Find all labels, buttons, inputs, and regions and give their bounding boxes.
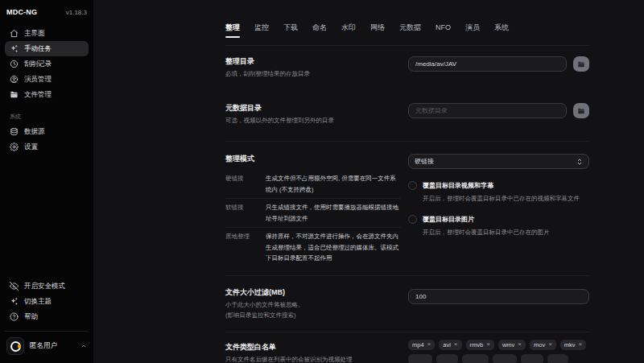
tag-remove-icon[interactable]: ×	[454, 341, 458, 348]
mode-term: 软链接	[225, 202, 256, 224]
organize-mode-section: 整理模式 硬链接 生成文件但不占用额外空间, 但需要在同一文件系统内 (不支持跨…	[225, 141, 589, 267]
sidebar-item-label: 帮助	[24, 312, 38, 322]
organize-dir-desc: 必填，刮削整理结果的存放目录	[225, 69, 401, 78]
tag-wmv: wmv×	[498, 340, 526, 350]
tab-system[interactable]: 系统	[494, 23, 509, 32]
mode-row-hardlink: 硬链接 生成文件但不占用额外空间, 但需要在同一文件系统内 (不支持跨盘)	[225, 170, 401, 199]
file-type-whitelist-section: 文件类型白名单 只有文件名后缀在列表中的会被识别为视频处理 mp4× avi× …	[225, 332, 589, 363]
sidebar-item-scrape-history[interactable]: 刮削记录	[5, 56, 89, 72]
metadata-dir-desc: 可选，视频以外的文件整理到另外的目录	[225, 116, 401, 125]
sidebar-item-switch-theme[interactable]: 切换主题	[5, 294, 89, 309]
sidebar-item-label: 设置	[24, 142, 38, 152]
tab-metadata[interactable]: 元数据	[399, 23, 421, 32]
mode-term: 硬链接	[225, 173, 256, 195]
sidebar: MDC-NG v1.18.3 主界面 手动任务 刮削记录 演员管理 文件管理 系…	[0, 0, 93, 363]
sidebar-item-file-management[interactable]: 文件管理	[5, 87, 89, 102]
sidebar-item-home[interactable]: 主界面	[5, 26, 89, 41]
overwrite-video-desc: 开启后，整理时会覆盖目标目录中已存在的视频和字幕文件	[423, 194, 580, 203]
tag-remove-icon[interactable]: ×	[548, 341, 552, 348]
tag-label: mkv	[564, 341, 576, 349]
sidebar-bottom: 开启安全模式 切换主题 帮助 匿名用户	[5, 278, 89, 357]
tag-remove-icon[interactable]: ×	[427, 341, 431, 348]
tag-label: wmv	[502, 341, 514, 349]
database-icon	[10, 127, 19, 136]
tag-avi: avi×	[439, 340, 461, 350]
tag-partial[interactable]	[493, 354, 517, 363]
organize-mode-select[interactable]: 硬链接	[408, 154, 589, 169]
size-filter-desc-1: 小于此大小的文件将被忽略。	[225, 300, 401, 309]
sidebar-item-actor-management[interactable]: 演员管理	[5, 72, 89, 87]
app-logo	[10, 341, 21, 352]
sidebar-item-settings[interactable]: 设置	[5, 139, 89, 155]
mode-desc: 保持原样，不对源文件进行操作，会在源文件夹内生成整理结果，适合已经整理过的媒体库…	[266, 231, 401, 264]
tag-partial[interactable]	[521, 354, 543, 363]
sidebar-item-label: 主界面	[24, 29, 45, 39]
sidebar-item-safe-mode[interactable]: 开启安全模式	[5, 278, 89, 294]
tag-partial[interactable]	[462, 354, 489, 363]
tab-monitor[interactable]: 监控	[254, 23, 269, 32]
sidebar-item-label: 数据源	[24, 127, 45, 137]
metadata-dir-row: 元数据目录 可选，视频以外的文件整理到另外的目录	[225, 103, 589, 125]
folder-icon	[10, 90, 19, 99]
whitelist-desc: 只有文件名后缀在列表中的会被识别为视频处理	[225, 355, 401, 363]
mode-row-symlink: 软链接 只生成链接文件，使用时需要播放器能根据链接地址寻址到源文件	[225, 199, 401, 228]
sidebar-item-help[interactable]: 帮助	[5, 309, 89, 324]
tag-remove-icon[interactable]: ×	[486, 341, 490, 348]
whitelist-title: 文件类型白名单	[225, 342, 401, 352]
tag-partial[interactable]	[547, 354, 568, 363]
tag-rmvb: rmvb×	[466, 340, 494, 350]
tag-label: avi	[443, 341, 451, 349]
organize-dir-browse-button[interactable]	[573, 56, 589, 72]
overwrite-video-checkbox[interactable]	[408, 181, 417, 190]
tag-label: mov	[534, 341, 545, 349]
overwrite-image-desc: 开启后，整理时会覆盖目标目录中已存在的图片	[423, 228, 550, 237]
settings-tabbar: 整理 监控 下载 命名 水印 网络 元数据 NFO 演员 系统	[225, 23, 589, 46]
tag-remove-icon[interactable]: ×	[579, 341, 583, 348]
sidebar-item-label: 刮削记录	[24, 60, 52, 69]
sidebar-item-data-source[interactable]: 数据源	[5, 124, 89, 139]
organize-dir-input[interactable]	[408, 56, 567, 72]
size-filter-input[interactable]	[408, 289, 589, 304]
mode-desc: 生成文件但不占用额外空间, 但需要在同一文件系统内 (不支持跨盘)	[266, 173, 401, 195]
user-name: 匿名用户	[30, 341, 57, 351]
sparkles-icon	[10, 44, 19, 53]
tag-partial[interactable]	[436, 354, 458, 363]
main-content: 整理 监控 下载 命名 水印 网络 元数据 NFO 演员 系统 整理目录 必填，…	[93, 0, 644, 363]
overwrite-image-checkbox[interactable]	[408, 215, 417, 224]
chevron-up-icon	[80, 343, 87, 349]
user-menu[interactable]: 匿名用户	[5, 332, 89, 357]
user-icon	[10, 75, 19, 84]
select-stepper-icon	[576, 158, 583, 166]
metadata-dir-browse-button[interactable]	[573, 103, 589, 118]
tab-naming[interactable]: 命名	[312, 23, 327, 32]
tab-actor[interactable]: 演员	[465, 23, 480, 32]
tab-organize[interactable]: 整理	[225, 23, 240, 32]
overwrite-image-toggle-group: 覆盖目标目录图片 开启后，整理时会覆盖目标目录中已存在的图片	[408, 215, 589, 237]
overwrite-image-label: 覆盖目标目录图片	[423, 215, 550, 225]
sidebar-item-label: 演员管理	[24, 75, 52, 85]
size-filter-section: 文件大小过滤(MB) 小于此大小的文件将被忽略。 (影响目录监控和文件搜索)	[225, 275, 589, 320]
tab-download[interactable]: 下载	[283, 23, 298, 32]
tag-mp4: mp4×	[408, 340, 435, 350]
tab-network[interactable]: 网络	[370, 23, 385, 32]
home-icon	[10, 29, 19, 38]
overwrite-video-toggle-group: 覆盖目标目录视频和字幕 开启后，整理时会覆盖目标目录中已存在的视频和字幕文件	[408, 181, 589, 203]
tab-watermark[interactable]: 水印	[341, 23, 356, 32]
metadata-dir-input[interactable]	[408, 103, 567, 118]
tag-partial[interactable]	[408, 354, 432, 363]
organize-dir-row: 整理目录 必填，刮削整理结果的存放目录	[225, 56, 589, 78]
mode-desc: 只生成链接文件，使用时需要播放器能根据链接地址寻址到源文件	[266, 202, 401, 224]
tag-remove-icon[interactable]: ×	[518, 341, 522, 348]
sidebar-item-label: 手动任务	[24, 44, 52, 54]
organize-mode-title: 整理模式	[225, 154, 401, 163]
sidebar-item-label: 切换主题	[24, 297, 52, 307]
sidebar-item-manual-task[interactable]: 手动任务	[5, 41, 89, 56]
tag-mov: mov×	[530, 340, 556, 350]
tag-mkv: mkv×	[560, 340, 586, 350]
overwrite-video-label: 覆盖目标目录视频和字幕	[423, 181, 580, 191]
tab-nfo[interactable]: NFO	[436, 23, 451, 32]
clock-icon	[10, 60, 19, 68]
eye-off-icon	[10, 282, 19, 291]
size-filter-desc-2: (影响目录监控和文件搜索)	[225, 311, 401, 320]
mode-description-list: 硬链接 生成文件但不占用额外空间, 但需要在同一文件系统内 (不支持跨盘) 软链…	[225, 170, 401, 267]
